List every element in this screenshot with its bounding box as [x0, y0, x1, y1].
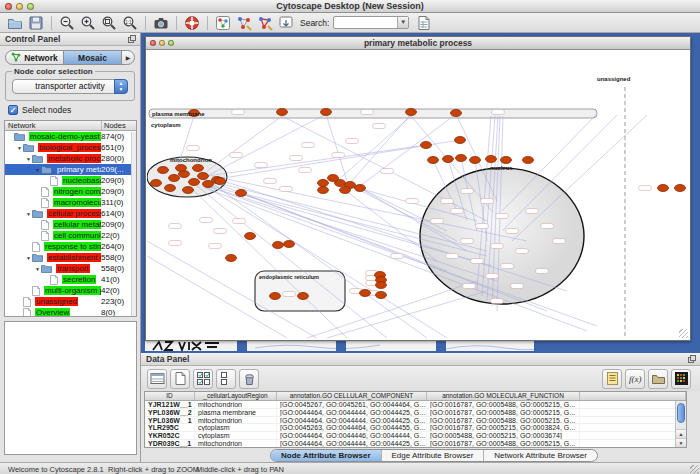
- tab-mosaic[interactable]: Mosaic: [63, 51, 122, 64]
- label-unassigned: unassigned: [597, 76, 631, 82]
- annotation-icon[interactable]: [602, 369, 622, 389]
- new-network-from-edges-icon[interactable]: [256, 14, 274, 32]
- attribute-table[interactable]: ID_cellularLayoutRegionannotation.GO CEL…: [144, 391, 687, 448]
- expand-arrow-icon[interactable]: ▼: [16, 145, 23, 151]
- tree-row-cell-communicat-[interactable]: cell communicat...22(0): [5, 230, 136, 241]
- tree-row-overview[interactable]: Overview8(0): [5, 307, 136, 317]
- tab-network-attribute-browser[interactable]: Network Attribute Browser: [484, 450, 596, 461]
- tree-row-unassigned[interactable]: unassigned223(0): [5, 296, 136, 307]
- attribute-table-header[interactable]: ID_cellularLayoutRegionannotation.GO CEL…: [145, 392, 686, 401]
- tab-node-attribute-browser[interactable]: Node Attribute Browser: [271, 450, 382, 461]
- table-cell: cytoplasm: [195, 432, 277, 439]
- snapshot-icon[interactable]: [152, 14, 170, 32]
- network-canvas[interactable]: plasma membranecytoplasmmitochondrionnuc…: [147, 51, 689, 339]
- tab-edge-attribute-browser[interactable]: Edge Attribute Browser: [382, 450, 485, 461]
- help-lifebuoy-icon[interactable]: [183, 14, 201, 32]
- tab-overflow-arrow[interactable]: ▶: [122, 54, 134, 61]
- open-folder-icon[interactable]: [6, 14, 24, 32]
- function-icon[interactable]: f(x): [625, 369, 645, 389]
- tree-row-establishment-of-lo-[interactable]: ▼establishment of lo...558(0): [5, 252, 136, 263]
- tree-row-secretion[interactable]: secretion41(0): [5, 274, 136, 285]
- table-row[interactable]: YLR295Ccytoplasm[GO:0045263, GO:0044464,…: [145, 424, 686, 432]
- file-icon: [23, 308, 31, 318]
- expand-arrow-icon[interactable]: ▼: [25, 211, 32, 217]
- column-header-_cellularLayoutRegion[interactable]: _cellularLayoutRegion: [195, 392, 277, 400]
- tree-row-response-to-stimulu-[interactable]: response to stimulu...264(0): [5, 241, 136, 252]
- node-label-pill: [232, 110, 245, 115]
- network-tree: Network Nodes mosaic-demo-yeast874(0)▼bi…: [4, 120, 137, 317]
- column-header-annotation.GO MOLECULAR_FUNCTION[interactable]: annotation.GO MOLECULAR_FUNCTION: [427, 392, 580, 400]
- dropdown-stepper-icon[interactable]: ▲▼: [114, 79, 128, 94]
- tree-row-nucleobase-[interactable]: nucleobase-...209(0): [5, 175, 136, 186]
- node-label-pill: [553, 239, 566, 244]
- unselect-attributes-icon[interactable]: [216, 369, 236, 389]
- tree-scrollbar[interactable]: [131, 132, 136, 316]
- node-label-pill: [299, 168, 312, 173]
- network-window-titlebar[interactable]: primary metabolic process: [146, 37, 690, 50]
- table-row[interactable]: YKR052Ccytoplasm[GO:0044464, GO:0044446,…: [145, 432, 686, 440]
- tree-row-macromolecule-[interactable]: macromolecule...311(0): [5, 197, 136, 208]
- gene-node: [245, 233, 256, 240]
- node-label-pill: [501, 264, 514, 269]
- heatmap-icon[interactable]: [671, 369, 691, 389]
- tree-row-cellular-metabol-[interactable]: cellular metabol...209(0): [5, 219, 136, 230]
- node-color-dropdown[interactable]: transporter activity ▲▼: [12, 79, 128, 94]
- float-data-panel-icon[interactable]: [688, 355, 696, 365]
- hide-selected-icon[interactable]: [277, 14, 295, 32]
- new-attribute-icon[interactable]: [170, 369, 190, 389]
- zoom-out-icon[interactable]: [58, 14, 76, 32]
- scroll-up-button[interactable]: ▲: [676, 429, 686, 438]
- zoom-region-icon[interactable]: [100, 14, 118, 32]
- tree-row-metabolic-process[interactable]: ▼metabolic process280(0): [5, 153, 136, 164]
- select-nodes-checkbox[interactable]: ✓: [8, 105, 18, 115]
- tree-row-multi-organism-pro-[interactable]: multi-organism pro...42(0): [5, 285, 136, 296]
- open-attributes-icon[interactable]: [648, 369, 668, 389]
- table-select-icon[interactable]: [147, 369, 167, 389]
- table-row[interactable]: YPL036W__2plasma membrane[GO:0044464, GO…: [145, 409, 686, 417]
- window-resize-grip[interactable]: [679, 329, 688, 338]
- vizmapper-icon[interactable]: [214, 14, 232, 32]
- tree-row-nitrogen-compo-[interactable]: nitrogen compo...209(0): [5, 186, 136, 197]
- zoom-in-icon[interactable]: [79, 14, 97, 32]
- table-cell: [GO:0045263, GO:0044464, GO:0044455, G..…: [277, 424, 427, 431]
- label-cytoplasm: cytoplasm: [151, 122, 181, 128]
- tree-row-biological-process[interactable]: ▼biological_process651(0): [5, 142, 136, 153]
- gene-node: [328, 175, 339, 182]
- float-panel-icon[interactable]: [128, 35, 136, 45]
- tab-network[interactable]: Network: [6, 51, 63, 64]
- table-row[interactable]: YJR121W__1mitochondrion[GO:0045267, GO:0…: [145, 401, 686, 409]
- control-panel: Control Panel NetworkMosaic▶ Node color …: [0, 33, 141, 462]
- folder-icon: [32, 253, 43, 262]
- table-row[interactable]: YDR039C__1mitochondrion[GO:0044464, GO:0…: [145, 440, 686, 448]
- table-row[interactable]: YPL036W__1mitochondrion[GO:0044464, GO:0…: [145, 417, 686, 425]
- save-icon[interactable]: [27, 14, 45, 32]
- scrollbar-thumb[interactable]: [677, 403, 685, 423]
- tree-row-mosaic-demo-yeast[interactable]: mosaic-demo-yeast874(0): [5, 131, 136, 142]
- search-dropdown-arrow[interactable]: ▼: [397, 17, 408, 28]
- file-icon: [32, 242, 40, 252]
- tree-row-transport[interactable]: ▼transport558(0): [5, 263, 136, 274]
- expand-arrow-icon[interactable]: ▼: [34, 167, 41, 173]
- search-input[interactable]: ▼: [333, 16, 409, 29]
- scroll-down-button[interactable]: ▼: [676, 438, 686, 447]
- node-label-pill: [431, 219, 444, 224]
- tree-row-cellular-process[interactable]: ▼cellular process614(0): [5, 208, 136, 219]
- delete-attribute-icon[interactable]: [239, 369, 259, 389]
- expand-arrow-icon[interactable]: ▼: [25, 255, 32, 261]
- new-network-from-nodes-icon[interactable]: [235, 14, 253, 32]
- tree-row-label: nucleobase-...: [60, 176, 101, 185]
- column-header-annotation.GO CELLULAR_COMPONENT[interactable]: annotation.GO CELLULAR_COMPONENT: [277, 392, 427, 400]
- column-header-ID[interactable]: ID: [145, 392, 195, 400]
- app-resize-grip[interactable]: [690, 465, 699, 474]
- expand-arrow-icon[interactable]: ▼: [25, 156, 32, 162]
- tree-row-label: transport: [54, 264, 101, 273]
- column-header-empty[interactable]: [580, 392, 686, 400]
- table-scrollbar[interactable]: ▲ ▼: [675, 401, 686, 447]
- gene-node: [428, 157, 439, 164]
- import-table-icon[interactable]: [415, 14, 433, 32]
- expand-arrow-icon[interactable]: ▼: [34, 266, 41, 272]
- tree-row-primary-metabol-[interactable]: ▼primary metabol...209(...: [5, 164, 136, 175]
- select-attributes-icon[interactable]: [193, 369, 213, 389]
- zoom-fit-icon[interactable]: 1:1: [121, 14, 139, 32]
- node-label-pill: [639, 186, 652, 191]
